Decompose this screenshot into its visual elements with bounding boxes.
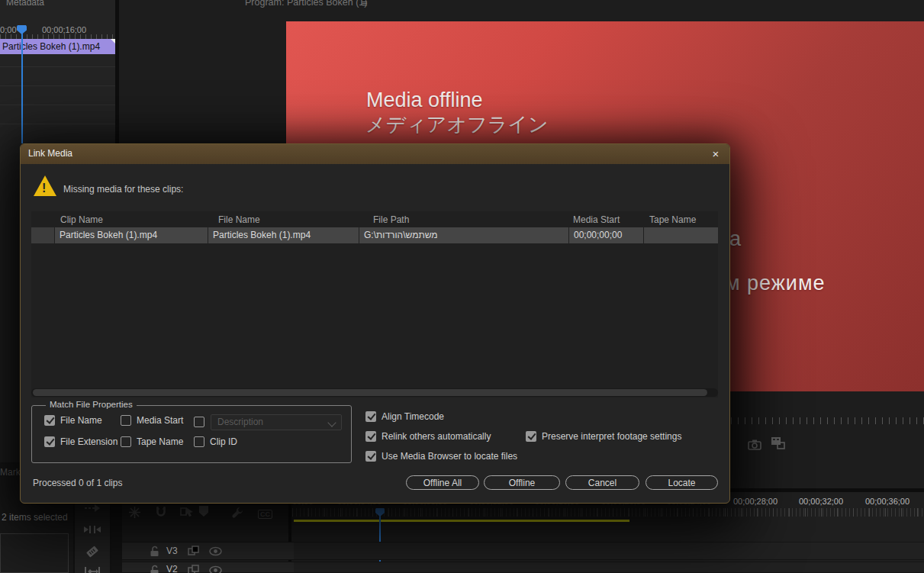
col-header-tape-name[interactable]: Tape Name: [649, 214, 696, 225]
checkbox-media-start[interactable]: Media Start: [121, 415, 183, 426]
panel-menu-icon[interactable]: ≡: [362, 0, 368, 9]
checkbox-relink-others[interactable]: Relink others automatically: [365, 431, 491, 442]
checkbox-label: Align Timecode: [382, 411, 444, 422]
export-frame-camera-icon[interactable]: [748, 439, 761, 453]
track-label[interactable]: V3: [166, 546, 178, 556]
horizontal-scrollbar[interactable]: [31, 388, 718, 397]
checkbox-clip-id[interactable]: Clip ID: [194, 436, 237, 447]
dialog-title: Link Media: [28, 148, 72, 159]
row-separator: [0, 66, 115, 67]
checkbox-tape-name[interactable]: Tape Name: [121, 436, 183, 447]
checkbox-label: Preserve interpret footage settings: [542, 431, 681, 442]
program-monitor-ruler[interactable]: [731, 417, 924, 424]
offline-text-ru-fragment: м режиме: [726, 272, 826, 295]
locate-button[interactable]: Locate: [646, 475, 718, 490]
sync-lock-icon[interactable]: [188, 565, 199, 573]
source-playhead[interactable]: [17, 25, 27, 34]
row-separator: [0, 105, 115, 105]
source-ruler-label-16s: 00;00;16;00: [42, 25, 86, 34]
close-icon[interactable]: ×: [708, 146, 723, 162]
track-output-eye-icon[interactable]: [209, 565, 222, 573]
warning-icon: [34, 175, 56, 196]
cell-media-start[interactable]: 00;00;00;00: [569, 227, 643, 243]
col-header-file-name[interactable]: File Name: [218, 214, 260, 225]
checkbox-file-name[interactable]: File Name: [44, 415, 102, 426]
col-header-file-path[interactable]: File Path: [373, 214, 409, 225]
source-playhead-line: [21, 34, 23, 143]
track-lock-icon[interactable]: [150, 546, 159, 560]
row-gutter[interactable]: [31, 227, 54, 243]
cancel-button[interactable]: Cancel: [565, 475, 639, 490]
row-separator: [0, 124, 115, 124]
project-bin-empty[interactable]: [0, 533, 69, 573]
col-header-clip-name[interactable]: Clip Name: [60, 214, 103, 225]
timeline-ruler-label: 00;00;32;00: [799, 497, 843, 506]
checkbox-box: [526, 431, 536, 442]
cell-clip-name[interactable]: Particles Bokeh (1).mp4: [55, 227, 208, 243]
cell-file-path[interactable]: G:\משתמש\הורדות: [359, 227, 568, 243]
row-separator: [0, 85, 115, 86]
chevron-down-icon: [327, 418, 336, 427]
checkbox-use-media-browser[interactable]: Use Media Browser to locate files: [365, 451, 517, 462]
tab-metadata[interactable]: Metadata: [6, 0, 44, 8]
work-area-bar[interactable]: [294, 520, 629, 522]
cell-file-name[interactable]: Particles Bokeh (1).mp4: [208, 227, 359, 243]
source-clip[interactable]: Particles Bokeh (1).mp4: [0, 39, 116, 54]
timeline-ruler-ticks[interactable]: [292, 508, 924, 517]
cell-tape-name[interactable]: [644, 227, 718, 243]
track-content-area[interactable]: [294, 562, 924, 572]
checkbox-box: [44, 415, 55, 426]
checkbox-label: File Extension: [60, 436, 118, 447]
dropdown-value: Description: [217, 417, 263, 427]
track-lock-icon[interactable]: [150, 565, 159, 573]
program-panel-title[interactable]: Program: Particles Bokeh (1): [245, 0, 367, 8]
checkbox-box: [194, 417, 204, 427]
source-ruler-label-start: 00;00: [0, 25, 17, 34]
link-media-dialog: Link Media × Missing media for these cli…: [20, 143, 730, 504]
track-label[interactable]: V2: [166, 564, 178, 573]
checkbox-label: Clip ID: [210, 436, 237, 447]
processed-status: Processed 0 of 1 clips: [33, 478, 122, 488]
track-output-eye-icon[interactable]: [209, 546, 222, 559]
checkbox-description[interactable]: [194, 417, 204, 427]
add-marker-icon[interactable]: [199, 506, 208, 517]
col-header-media-start[interactable]: Media Start: [573, 214, 620, 225]
checkbox-label: Relink others automatically: [382, 431, 491, 442]
checkbox-box: [121, 415, 131, 426]
nest-sequence-icon[interactable]: [128, 506, 141, 522]
offline-button[interactable]: Offline: [484, 475, 560, 490]
dialog-titlebar[interactable]: Link Media ×: [21, 144, 729, 164]
sync-lock-icon[interactable]: [188, 546, 199, 559]
checkbox-label: Media Start: [137, 415, 183, 426]
track-content-area[interactable]: [294, 542, 924, 559]
panel-divider: [111, 492, 122, 573]
checkbox-box: [365, 411, 376, 422]
checkbox-preserve-interpret[interactable]: Preserve interpret footage settings: [526, 431, 681, 442]
insert-overwrite-icon[interactable]: [771, 436, 786, 453]
linked-selection-icon[interactable]: [180, 506, 194, 521]
slip-tool-icon[interactable]: [75, 565, 110, 573]
scrollbar-thumb[interactable]: [33, 389, 707, 396]
checkbox-box: [365, 451, 376, 462]
offline-text-ja: メディアオフライン: [365, 111, 548, 138]
checkbox-file-extension[interactable]: File Extension: [44, 436, 118, 447]
razor-tool-icon[interactable]: [75, 545, 110, 562]
checkbox-box: [194, 436, 204, 447]
dialog-message: Missing media for these clips:: [63, 184, 183, 195]
checkbox-align-timecode[interactable]: Align Timecode: [365, 411, 444, 422]
checkbox-box: [365, 431, 376, 442]
offline-text-fragment: a: [729, 227, 741, 251]
selection-status: 2 items selected: [2, 512, 68, 523]
timeline-settings-wrench-icon[interactable]: [231, 506, 244, 522]
track-row-v3: V3: [122, 542, 924, 560]
match-file-properties-group: Match File Properties File Name Media St…: [31, 405, 352, 463]
captions-icon[interactable]: CC: [258, 506, 272, 520]
offline-text-en: Media offline: [366, 89, 483, 112]
snap-magnet-icon[interactable]: [155, 506, 167, 521]
description-dropdown[interactable]: Description: [211, 414, 342, 430]
checkbox-box: [44, 436, 55, 447]
ripple-edit-tool-icon[interactable]: [75, 524, 110, 538]
checkbox-label: Use Media Browser to locate files: [382, 451, 517, 462]
offline-all-button[interactable]: Offline All: [406, 475, 479, 490]
track-select-forward-tool-icon[interactable]: [75, 502, 110, 516]
